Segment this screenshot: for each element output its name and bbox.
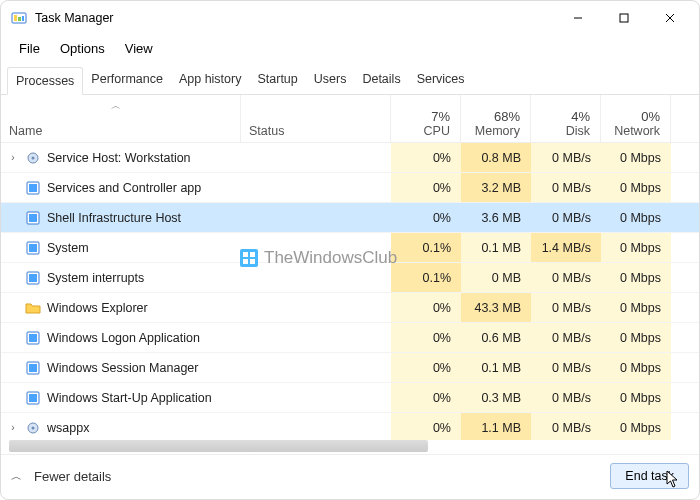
column-network[interactable]: 0% Network [601,95,671,142]
tab-users[interactable]: Users [306,66,355,94]
titlebar: Task Manager [1,1,699,35]
process-disk: 0 MB/s [531,383,601,412]
svg-rect-19 [29,334,37,342]
process-name: Windows Explorer [47,301,148,315]
process-memory: 0.1 MB [461,233,531,262]
process-cpu: 0.1% [391,263,461,292]
process-row[interactable]: Windows Explorer0%43.3 MB0 MB/s0 Mbps [1,293,699,323]
svg-rect-3 [22,16,24,21]
network-usage-pct: 0% [641,109,660,124]
process-disk: 0 MB/s [531,353,601,382]
svg-rect-23 [29,394,37,402]
svg-rect-21 [29,364,37,372]
process-disk: 0 MB/s [531,323,601,352]
process-row[interactable]: Services and Controller app0%3.2 MB0 MB/… [1,173,699,203]
process-cpu: 0% [391,173,461,202]
window-title: Task Manager [35,11,114,25]
menu-options[interactable]: Options [50,37,115,60]
column-headers: ︿ Name Status 7% CPU 68% Memory 4% Disk … [1,95,699,143]
process-disk: 0 MB/s [531,143,601,172]
process-network: 0 Mbps [601,263,671,292]
process-icon [25,360,41,376]
footer: ︿ Fewer details End task [1,454,699,499]
svg-rect-13 [29,214,37,222]
menu-view[interactable]: View [115,37,163,60]
tab-details[interactable]: Details [354,66,408,94]
column-cpu-label: CPU [424,124,450,138]
column-memory[interactable]: 68% Memory [461,95,531,142]
minimize-button[interactable] [555,3,601,33]
tab-startup[interactable]: Startup [249,66,305,94]
process-icon [25,420,41,436]
column-name[interactable]: ︿ Name [1,95,241,142]
sort-indicator-icon: ︿ [111,99,121,113]
process-name: Windows Logon Application [47,331,200,345]
process-network: 0 Mbps [601,383,671,412]
end-task-button[interactable]: End task [610,463,689,489]
process-icon [25,390,41,406]
process-name: Services and Controller app [47,181,201,195]
column-disk[interactable]: 4% Disk [531,95,601,142]
horizontal-scrollbar[interactable] [9,440,428,452]
maximize-button[interactable] [601,3,647,33]
process-cpu: 0% [391,293,461,322]
expand-chevron-icon[interactable]: › [7,422,19,433]
process-row[interactable]: Windows Start-Up Application0%0.3 MB0 MB… [1,383,699,413]
process-cpu: 0% [391,383,461,412]
process-icon [25,330,41,346]
process-icon [25,150,41,166]
process-name: Shell Infrastructure Host [47,211,181,225]
close-button[interactable] [647,3,693,33]
process-memory: 3.2 MB [461,173,531,202]
process-list[interactable]: ›Service Host: Workstation0%0.8 MB0 MB/s… [1,143,699,440]
process-memory: 0.3 MB [461,383,531,412]
process-row[interactable]: Windows Session Manager0%0.1 MB0 MB/s0 M… [1,353,699,383]
process-memory: 0.1 MB [461,353,531,382]
column-status[interactable]: Status [241,95,391,142]
expand-chevron-icon[interactable]: › [7,152,19,163]
process-row[interactable]: System0.1%0.1 MB1.4 MB/s0 Mbps [1,233,699,263]
process-network: 0 Mbps [601,173,671,202]
process-network: 0 Mbps [601,203,671,232]
tab-strip: Processes Performance App history Startu… [1,64,699,95]
tab-app-history[interactable]: App history [171,66,250,94]
tab-services[interactable]: Services [409,66,473,94]
process-row[interactable]: Windows Logon Application0%0.6 MB0 MB/s0… [1,323,699,353]
svg-rect-17 [29,274,37,282]
process-row[interactable]: Shell Infrastructure Host0%3.6 MB0 MB/s0… [1,203,699,233]
process-row[interactable]: ›wsappx0%1.1 MB0 MB/s0 Mbps [1,413,699,440]
process-network: 0 Mbps [601,233,671,262]
process-icon [25,300,41,316]
column-cpu[interactable]: 7% CPU [391,95,461,142]
tab-processes[interactable]: Processes [7,67,83,95]
svg-rect-5 [620,14,628,22]
process-network: 0 Mbps [601,413,671,440]
process-row[interactable]: System interrupts0.1%0 MB0 MB/s0 Mbps [1,263,699,293]
column-disk-label: Disk [566,124,590,138]
process-memory: 0.6 MB [461,323,531,352]
process-cpu: 0% [391,413,461,440]
content: ︿ Name Status 7% CPU 68% Memory 4% Disk … [1,95,699,454]
app-icon [11,10,27,26]
process-name: Service Host: Workstation [47,151,191,165]
process-name: Windows Session Manager [47,361,198,375]
process-cpu: 0.1% [391,233,461,262]
process-memory: 0.8 MB [461,143,531,172]
process-row[interactable]: ›Service Host: Workstation0%0.8 MB0 MB/s… [1,143,699,173]
process-network: 0 Mbps [601,353,671,382]
memory-usage-pct: 68% [494,109,520,124]
menubar: File Options View [1,35,699,64]
process-icon [25,270,41,286]
tab-performance[interactable]: Performance [83,66,171,94]
process-icon [25,240,41,256]
process-disk: 0 MB/s [531,173,601,202]
process-network: 0 Mbps [601,143,671,172]
process-icon [25,180,41,196]
fewer-details-toggle[interactable]: Fewer details [34,469,111,484]
menu-file[interactable]: File [9,37,50,60]
svg-point-25 [32,426,35,429]
process-name: System [47,241,89,255]
svg-rect-2 [18,17,21,21]
process-disk: 1.4 MB/s [531,233,601,262]
column-status-label: Status [249,124,284,138]
